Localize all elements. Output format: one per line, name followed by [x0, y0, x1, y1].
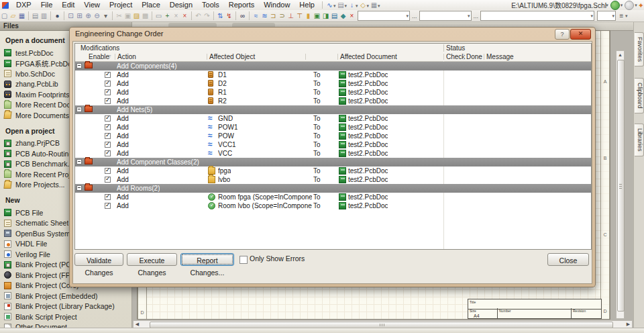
menu-item-dxp[interactable]: DXP — [11, 0, 36, 10]
help-button[interactable]: ? — [555, 29, 570, 40]
vertical-scrollbar[interactable]: ▲ — [616, 50, 625, 319]
scroll-up-icon[interactable]: ▲ — [616, 51, 624, 58]
move-icon[interactable]: + — [163, 11, 172, 21]
menu-item-window[interactable]: Window — [259, 0, 294, 10]
report-icon[interactable]: ▤ — [337, 1, 345, 10]
clear-filter-icon[interactable]: × — [180, 11, 189, 21]
modification-group-row[interactable]: Add Components(4) — [75, 62, 591, 70]
enable-checkbox[interactable] — [105, 133, 111, 139]
zoom-selection-icon[interactable]: ⊖ — [93, 11, 101, 21]
power-icon[interactable]: ◇ — [359, 1, 368, 10]
enable-checkbox[interactable] — [105, 168, 111, 174]
execute-changes-button[interactable]: Execute Changes — [127, 253, 177, 266]
collapse-expander-icon[interactable] — [76, 159, 82, 164]
panel-tab-favorites[interactable]: Favorites — [635, 32, 644, 66]
collapse-expander-icon[interactable] — [76, 107, 82, 112]
zoom-caret-icon[interactable]: ▾ — [101, 11, 110, 21]
chevron-down-icon[interactable]: ▾ — [333, 3, 336, 8]
redo-icon[interactable]: ↷ — [203, 11, 211, 21]
menu-item-file[interactable]: File — [36, 0, 58, 10]
rubber-stamp-icon[interactable]: ▩ — [141, 11, 150, 21]
menu-item-place[interactable]: Place — [137, 0, 165, 10]
browse-button[interactable]: ... — [474, 13, 479, 19]
enable-checkbox[interactable] — [105, 81, 111, 87]
deselect-icon[interactable]: × — [172, 11, 180, 21]
menu-item-reports[interactable]: Reports — [224, 0, 260, 10]
only-show-errors-checkbox[interactable] — [239, 256, 248, 264]
forward-icon[interactable] — [625, 1, 634, 10]
modification-row[interactable]: AddD1Totest2.PcbDoc — [75, 70, 591, 79]
net-combo-1[interactable]: ▾ — [358, 11, 410, 21]
chevron-down-icon[interactable]: ▾ — [356, 3, 358, 8]
modification-row[interactable]: AddVCCTotest2.PcbDoc — [75, 149, 591, 158]
modification-row[interactable]: AddD2Totest2.PcbDoc — [75, 79, 591, 88]
net-combo-4[interactable]: ▾ — [597, 11, 616, 21]
bus-icon[interactable]: ≋ — [260, 11, 269, 21]
print-preview-icon[interactable]: ▥ — [40, 11, 48, 21]
enable-checkbox[interactable] — [105, 150, 111, 156]
chevron-down-icon[interactable]: ▾ — [345, 3, 347, 8]
device-sheet-icon[interactable]: ▤ — [330, 11, 339, 21]
chevron-down-icon[interactable]: ▾ — [621, 3, 623, 8]
signal-harness-icon[interactable]: ⊐ — [269, 11, 278, 21]
new-document-icon[interactable]: ▢ — [0, 11, 9, 21]
enable-checkbox[interactable] — [105, 124, 111, 130]
collapse-expander-icon[interactable] — [76, 185, 82, 191]
column-check[interactable]: Check — [446, 52, 465, 61]
menu-item-design[interactable]: Design — [165, 0, 197, 10]
enable-checkbox[interactable] — [105, 72, 111, 78]
enable-checkbox[interactable] — [105, 194, 111, 200]
copy-icon[interactable]: ▣ — [123, 11, 132, 21]
no-erc-icon[interactable]: × — [347, 11, 356, 21]
menu-item-view[interactable]: View — [79, 0, 105, 10]
cut-icon[interactable]: ✂ — [115, 11, 123, 21]
harness-connector-icon[interactable]: ◆ — [339, 11, 347, 21]
part-icon[interactable]: ▮ — [304, 11, 313, 21]
modification-group-row[interactable]: Add Component Classes(2) — [75, 158, 591, 166]
column-action[interactable]: Action — [117, 52, 136, 61]
files-item[interactable]: Blank Project (Embedded) — [4, 291, 131, 301]
column-message[interactable]: Message — [486, 52, 514, 61]
chevron-down-icon[interactable]: ▾ — [625, 13, 628, 19]
collapse-expander-icon[interactable] — [76, 63, 82, 68]
undo-icon[interactable]: ↶ — [194, 11, 203, 21]
panel-tab-clipboard[interactable]: Clipboard — [635, 78, 644, 113]
open-document-icon[interactable]: ● — [53, 11, 62, 21]
net-combo-3[interactable]: ▾ — [480, 11, 594, 21]
enable-checkbox[interactable] — [105, 98, 111, 104]
print-icon[interactable]: ▤ — [31, 11, 40, 21]
gnd-power-port-icon[interactable]: ⊥ — [286, 11, 295, 21]
modification-row[interactable]: AddfpgaTotest2.PcbDoc — [75, 166, 591, 175]
zoom-in-icon[interactable]: ⊕ — [84, 11, 93, 21]
close-button[interactable]: Close — [547, 253, 589, 266]
document-path[interactable]: E:\ALTIUM6.9\数0829\fpga.SchI — [511, 0, 606, 10]
files-item[interactable]: Blank Script Project — [4, 312, 131, 322]
net-combo-2[interactable]: ▾ — [419, 11, 472, 21]
close-icon[interactable]: ✕ — [570, 29, 591, 40]
back-icon[interactable] — [610, 1, 620, 10]
open-icon[interactable]: ▱ — [9, 11, 17, 21]
modification-row[interactable]: AddPOW1Totest2.PcbDoc — [75, 123, 591, 132]
wire-icon[interactable]: ≈ — [252, 11, 260, 21]
vertical-scroll-thumb[interactable] — [617, 60, 625, 312]
browse-button[interactable]: ... — [412, 13, 417, 19]
files-item[interactable]: Blank Project (Library Package) — [4, 301, 131, 312]
modification-row[interactable]: AddR1Totest2.PcbDoc — [75, 88, 591, 97]
document-path-selector[interactable]: E:\ALTIUM6.9\数0829\fpga.SchI ▾ ▾ ▾ ✦ — [511, 0, 644, 10]
validate-changes-button[interactable]: Validate Changes — [74, 253, 123, 266]
modification-row[interactable]: AddVCC1Totest2.PcbDoc — [75, 140, 591, 149]
chevron-down-icon[interactable]: ▾ — [367, 3, 370, 8]
enable-checkbox[interactable] — [105, 177, 111, 183]
home-icon[interactable]: ✦ — [638, 1, 644, 9]
cross-probe-icon[interactable]: ⇅ — [216, 11, 225, 21]
scroll-right-icon[interactable]: ▶ — [625, 321, 632, 328]
modification-row[interactable]: AddGNDTotest2.PcbDoc — [75, 114, 591, 123]
modification-row[interactable]: AddPOWTotest2.PcbDoc — [75, 132, 591, 140]
select-area-icon[interactable]: ▭ — [154, 11, 163, 21]
enable-checkbox[interactable] — [105, 115, 111, 122]
chevron-down-icon[interactable]: ▾ — [378, 3, 380, 8]
interactive-edit-icon[interactable]: ↯ — [225, 11, 233, 21]
modification-group-row[interactable]: Add Nets(5) — [75, 105, 591, 114]
menu-item-help[interactable]: Help — [294, 0, 319, 10]
modification-row[interactable]: AddRoom fpga (Scope=InComponentClass('fT… — [75, 193, 591, 201]
